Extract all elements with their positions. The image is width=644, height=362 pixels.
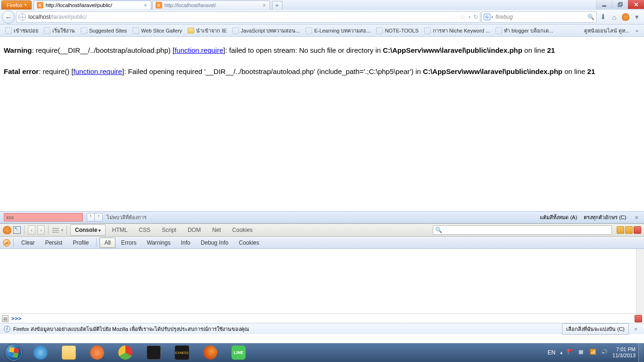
volume-icon[interactable]: 🔊	[601, 349, 609, 356]
bookmark-item[interactable]: เข้าชมบ่อย	[3, 25, 41, 36]
language-indicator[interactable]: EN	[547, 349, 555, 356]
search-input[interactable]	[495, 14, 587, 20]
firebug-tab-script[interactable]: Script	[157, 224, 181, 236]
firebug-icon[interactable]	[3, 226, 11, 234]
browser-tab[interactable]: X http://localhost/laravel/public/ ×	[33, 0, 151, 9]
dropdown-icon[interactable]: ▾	[491, 15, 493, 19]
bookmarks-menu-button[interactable]: ▾	[632, 12, 642, 22]
bookmark-label: NOTE-TOOLS	[385, 28, 418, 33]
firebug-command-line[interactable]: ▤ >>>	[0, 313, 644, 323]
browser-tab[interactable]: X http://localhost/laravel/ ×	[152, 0, 270, 9]
new-tab-button[interactable]: +	[272, 1, 282, 9]
firebug-detach-button[interactable]	[625, 226, 633, 234]
function-require-link[interactable]: function.require	[174, 46, 223, 54]
bookmark-item[interactable]: ดูหนังออนไลน์ ดูห...	[582, 25, 632, 36]
show-desktop-button[interactable]	[638, 343, 643, 362]
search-icon: 🔍	[435, 227, 442, 233]
back-button[interactable]: ←	[2, 10, 15, 24]
console-filter-errors[interactable]: Errors	[116, 238, 141, 248]
close-icon[interactable]: ×	[262, 2, 266, 8]
scrollbar[interactable]	[636, 249, 644, 313]
console-filter-info[interactable]: Info	[176, 238, 195, 248]
console-filter-cookies[interactable]: Cookies	[234, 238, 264, 248]
find-next-button[interactable]: ˅	[95, 214, 102, 221]
find-input[interactable]	[4, 213, 83, 222]
network-icon[interactable]: 📶	[590, 349, 597, 356]
minimize-button[interactable]	[596, 0, 612, 9]
bookmarks-overflow-icon[interactable]: »	[633, 28, 641, 33]
firefox-menu-button[interactable]: Firefox	[1, 0, 32, 9]
inspect-icon[interactable]	[13, 226, 21, 234]
firebug-tab-css[interactable]: CSS	[134, 224, 156, 236]
command-editor-toggle-icon[interactable]: ▤	[2, 315, 8, 322]
bookmark-label: JavaScript บทความสอน...	[241, 26, 300, 35]
taskbar-explorer[interactable]	[55, 344, 83, 362]
console-clear-button[interactable]: Clear	[17, 238, 40, 248]
console-persist-button[interactable]: Persist	[41, 238, 67, 248]
url-bar[interactable]: localhost/laravel/public/ ☆ ▾ ↻	[16, 11, 480, 23]
firebug-toolbar-icon[interactable]	[620, 12, 631, 22]
firebug-tab-html[interactable]: HTML	[107, 224, 132, 236]
bookmark-item[interactable]: E-Learning บทความสอ...	[303, 25, 373, 36]
bookmark-item[interactable]: JavaScript บทความสอน...	[230, 25, 303, 36]
close-icon[interactable]: ×	[633, 214, 640, 221]
taskbar-cmd[interactable]	[140, 344, 167, 362]
bookmark-label: E-Learning บทความสอ...	[314, 26, 371, 35]
taskbar-clock[interactable]: 7:01 PM11/3/2013	[612, 346, 636, 358]
bookmark-item[interactable]: การหา Niche Keyword ...	[422, 25, 492, 36]
close-icon[interactable]: ×	[143, 2, 148, 8]
dropdown-icon[interactable]: ▾	[469, 15, 471, 19]
taskbar-chrome[interactable]	[112, 344, 139, 362]
bookmark-item[interactable]: Suggested Sites	[78, 26, 129, 35]
bookmark-item[interactable]: NOTE-TOOLS	[374, 26, 421, 35]
google-icon[interactable]: G	[484, 14, 490, 20]
taskbar-exness[interactable]: EXNESS	[168, 344, 196, 362]
downloads-button[interactable]: ⬇	[598, 12, 608, 22]
find-prev-button[interactable]: ˄	[87, 214, 95, 221]
dropdown-icon[interactable]: ▾	[61, 228, 63, 232]
firebug-search[interactable]: 🔍	[433, 225, 612, 235]
bookmark-item[interactable]: ทำ blogger บล็อกเด...	[493, 25, 555, 36]
highlight-all-toggle[interactable]: แต้มสีทั้งหมด (A)	[540, 213, 577, 222]
search-bar[interactable]: G ▾ 🔍	[481, 11, 597, 23]
taskbar-ie[interactable]	[27, 344, 54, 362]
action-center-icon[interactable]: 🚩	[567, 349, 575, 356]
bookmark-item[interactable]: Web Slice Gallery	[130, 26, 184, 35]
taskbar-mediaplayer[interactable]	[83, 344, 111, 362]
break-on-error-icon[interactable]	[3, 239, 10, 247]
tab-strip: X http://localhost/laravel/public/ × X h…	[33, 0, 596, 9]
console-filter-debug[interactable]: Debug Info	[196, 238, 233, 248]
firebug-tab-net[interactable]: Net	[207, 224, 226, 236]
firebug-tab-console[interactable]: Console	[70, 224, 106, 236]
firebug-close-button[interactable]	[634, 226, 641, 234]
tray-app-icon[interactable]: ▦	[578, 349, 586, 356]
reload-icon[interactable]: ↻	[473, 14, 478, 20]
close-icon[interactable]: ×	[632, 326, 640, 332]
restore-button[interactable]	[612, 0, 628, 9]
bookmark-star-icon[interactable]: ☆	[460, 13, 466, 21]
firebug-back-button[interactable]: ‹	[28, 225, 35, 235]
function-require-link[interactable]: function.require	[74, 67, 122, 75]
taskbar-line[interactable]: LINE	[225, 344, 252, 362]
firebug-tab-cookies[interactable]: Cookies	[228, 224, 257, 236]
search-icon[interactable]: 🔍	[587, 14, 594, 20]
panel-list-icon[interactable]	[52, 226, 59, 234]
share-choices-button[interactable]: เลือกสิ่งที่ฉันจะแบ่งปัน (C)	[562, 323, 628, 335]
bookmark-item[interactable]: เริ่มใช้งาน	[41, 25, 77, 36]
home-button[interactable]: ⌂	[609, 12, 619, 22]
firebug-console-output[interactable]	[0, 249, 644, 313]
firebug-minimize-button[interactable]	[617, 226, 624, 234]
match-case-toggle[interactable]: ตรงทุกตัวอักษร (C)	[584, 213, 626, 222]
console-filter-warnings[interactable]: Warnings	[142, 238, 175, 248]
svg-rect-1	[618, 3, 621, 7]
firebug-forward-button[interactable]: ›	[37, 225, 45, 235]
console-profile-button[interactable]: Profile	[68, 238, 93, 248]
console-filter-all[interactable]: All	[99, 238, 115, 248]
close-button[interactable]	[628, 0, 644, 9]
taskbar-firefox[interactable]	[197, 344, 224, 362]
start-button[interactable]	[1, 343, 26, 362]
command-editor-close-icon[interactable]	[635, 315, 642, 322]
show-hidden-icons[interactable]: ▲	[559, 350, 563, 355]
bookmark-folder[interactable]: นำเข้าจาก IE	[185, 25, 229, 36]
firebug-tab-dom[interactable]: DOM	[183, 224, 206, 236]
